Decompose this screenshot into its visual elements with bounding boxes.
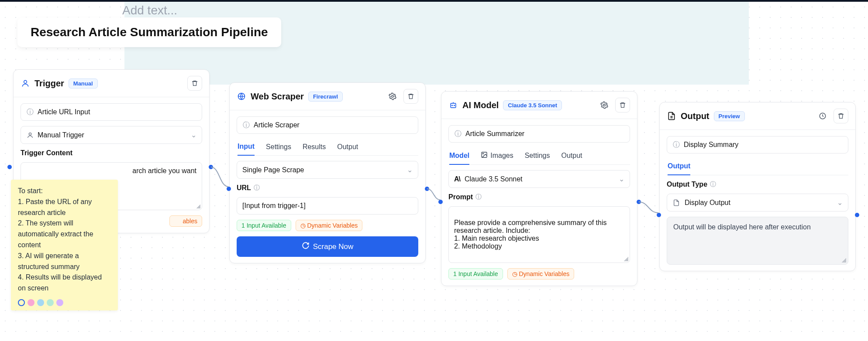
tab-output[interactable]: Output [668, 159, 690, 175]
trigger-type-select[interactable]: Manual Trigger ⌄ [21, 126, 202, 144]
prompt-textarea[interactable]: Please provide a comprehensive summary o… [448, 206, 630, 263]
info-icon: ⓘ [254, 184, 260, 192]
resize-handle-icon[interactable] [842, 258, 846, 263]
add-text-placeholder[interactable]: Add text... [122, 3, 177, 17]
delete-button[interactable] [615, 98, 630, 113]
delete-button[interactable] [834, 109, 848, 123]
tab-settings[interactable]: Settings [525, 148, 550, 164]
port-trigger-in[interactable] [7, 165, 12, 169]
info-icon: ⓘ [242, 121, 250, 129]
tab-output[interactable]: Output [337, 139, 358, 155]
pipeline-title: Research Article Summarization Pipeline [17, 17, 281, 47]
document-icon [672, 199, 680, 207]
anthropic-icon: A\ [454, 175, 460, 183]
svg-point-5 [452, 105, 453, 106]
trigger-content-label: Trigger Content [21, 149, 202, 157]
tab-model[interactable]: Model [449, 148, 469, 165]
node-output: Output Preview ⓘ Display Summary Output … [659, 102, 856, 271]
port-output-in[interactable] [657, 213, 661, 217]
history-button[interactable] [815, 109, 830, 123]
scrape-mode-value: Single Page Scrape [242, 166, 304, 174]
ai-name-input[interactable]: ⓘ Article Summarizer [448, 125, 630, 143]
output-display: Output will be displayed here after exec… [667, 217, 848, 265]
sticky-note[interactable]: To start: 1. Paste the URL of any resear… [11, 180, 118, 310]
color-option-blue[interactable] [37, 299, 44, 306]
tab-results[interactable]: Results [303, 139, 326, 155]
tab-settings[interactable]: Settings [266, 139, 291, 155]
tab-images[interactable]: Images [481, 148, 513, 164]
svg-point-9 [483, 153, 484, 154]
output-type-value: Display Output [685, 199, 730, 207]
delete-button[interactable] [403, 89, 418, 104]
color-option-pink[interactable] [28, 299, 34, 306]
delete-button[interactable] [187, 76, 202, 91]
input-available-pill[interactable]: 1 Input Available [448, 268, 503, 280]
scrape-now-button[interactable]: Scrape Now [237, 236, 418, 257]
info-icon: ⓘ [26, 108, 34, 116]
color-option-green[interactable] [47, 299, 54, 306]
clock-icon: ◷ [300, 222, 306, 229]
color-option-selected[interactable] [18, 299, 25, 306]
url-label: URL ⓘ [237, 184, 418, 192]
model-select[interactable]: A\ Claude 3.5 Sonnet ⌄ [448, 170, 630, 188]
prompt-label: Prompt ⓘ [448, 193, 630, 201]
url-input[interactable] [237, 197, 418, 215]
scraper-badge: Firecrawl [308, 92, 343, 102]
port-scraper-out[interactable] [425, 187, 429, 191]
svg-point-1 [29, 133, 31, 135]
output-name-value: Display Summary [684, 141, 738, 149]
dynamic-variables-pill[interactable]: ables [169, 215, 202, 227]
connection-line [211, 165, 229, 189]
user-icon [26, 131, 34, 139]
trigger-type-value: Manual Trigger [38, 131, 84, 139]
output-name-input[interactable]: ⓘ Display Summary [667, 136, 848, 153]
dynamic-variables-pill[interactable]: ◷ Dynamic Variables [507, 268, 575, 280]
scraper-name-value: Article Scraper [254, 121, 300, 129]
port-ai-out[interactable] [637, 200, 641, 204]
scraper-name-input[interactable]: ⓘ Article Scraper [237, 116, 418, 134]
info-icon: ⓘ [672, 141, 680, 149]
output-placeholder-text: Output will be displayed here after exec… [673, 223, 811, 231]
globe-icon [237, 92, 246, 101]
sticky-note-text: To start: 1. Paste the URL of any resear… [18, 186, 111, 294]
svg-point-7 [603, 104, 606, 106]
robot-icon [448, 100, 458, 110]
output-type-label: Output Type ⓘ [667, 181, 848, 188]
port-scraper-in[interactable] [227, 187, 231, 191]
info-icon: ⓘ [475, 193, 482, 201]
svg-point-3 [392, 95, 394, 98]
connection-line [639, 200, 659, 215]
refresh-icon [302, 242, 310, 252]
port-trigger-out[interactable] [209, 165, 213, 169]
output-tabs: Output [667, 159, 848, 175]
scrape-mode-select[interactable]: Single Page Scrape ⌄ [237, 161, 418, 179]
ai-tabs: Model Images Settings Output [448, 148, 630, 165]
settings-button[interactable] [385, 89, 400, 104]
resize-handle-icon[interactable] [196, 204, 200, 208]
sticky-color-picker [18, 299, 111, 306]
chevron-down-icon: ⌄ [619, 175, 624, 183]
chevron-down-icon: ⌄ [837, 198, 843, 207]
port-output-out[interactable] [855, 213, 859, 217]
clock-icon: ◷ [512, 270, 517, 277]
tab-input[interactable]: Input [238, 139, 255, 156]
input-available-pill[interactable]: 1 Input Available [237, 220, 291, 231]
model-value: Claude 3.5 Sonnet [465, 175, 523, 183]
port-ai-in[interactable] [438, 200, 443, 204]
node-ai-model: AI Model Claude 3.5 Sonnet ⓘ Article Sum… [441, 91, 637, 286]
dynamic-variables-pill[interactable]: ◷ Dynamic Variables [296, 220, 363, 231]
image-icon [481, 151, 488, 160]
document-icon [667, 111, 676, 121]
output-type-select[interactable]: Display Output ⌄ [667, 194, 848, 211]
trigger-name-input[interactable]: ⓘ Article URL Input [21, 103, 202, 121]
tab-output[interactable]: Output [561, 148, 582, 164]
resize-handle-icon[interactable] [624, 257, 628, 261]
user-icon [21, 78, 30, 88]
ai-badge: Claude 3.5 Sonnet [503, 100, 562, 110]
settings-button[interactable] [597, 98, 612, 113]
ai-title: AI Model [462, 100, 499, 110]
output-title: Output [681, 111, 710, 121]
prompt-text: Please provide a comprehensive summary o… [454, 219, 607, 250]
color-option-purple[interactable] [56, 299, 63, 306]
svg-point-0 [24, 80, 27, 83]
